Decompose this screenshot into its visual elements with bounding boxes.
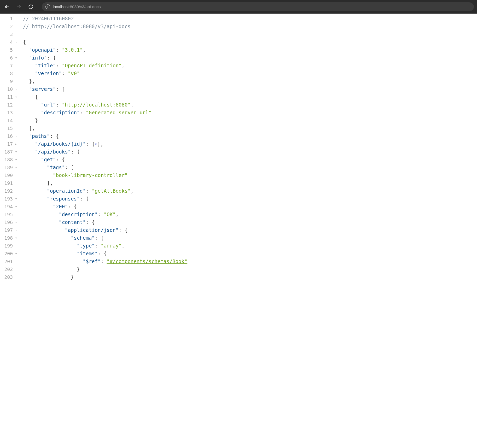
token-indent	[23, 257, 83, 265]
line-number: 190	[4, 173, 13, 178]
address-bar[interactable]: i localhost:8080/v3/api-docs	[42, 2, 474, 11]
line-number: 196	[4, 220, 13, 225]
code-line: "/api/books": {	[23, 148, 477, 156]
token-key: "info"	[29, 54, 47, 62]
token-colon: :	[86, 187, 92, 195]
back-button[interactable]	[3, 3, 10, 10]
fold-collapsed-icon[interactable]: ▸	[14, 143, 18, 145]
fold-expanded-icon[interactable]: ▾	[14, 166, 18, 169]
line-number: 9	[4, 79, 13, 84]
code-line: // 20240611160802	[23, 15, 477, 22]
token-indent	[23, 156, 41, 163]
browser-toolbar: i localhost:8080/v3/api-docs	[0, 0, 477, 14]
token-punct: ,	[83, 46, 86, 54]
token-punct: {	[53, 54, 56, 62]
code-line: "operationId": "getAllBooks",	[23, 187, 477, 195]
fold-expanded-icon[interactable]: ▾	[14, 205, 18, 208]
token-punct: {	[77, 148, 80, 156]
fold-expanded-icon[interactable]: ▾	[14, 197, 18, 200]
token-colon: :	[56, 46, 62, 54]
code-line: "openapi": "3.0.1",	[23, 46, 477, 54]
token-punct: {	[62, 156, 65, 163]
token-indent	[23, 218, 59, 226]
token-punct: {	[86, 195, 89, 203]
code-line: "schema": {	[23, 234, 477, 242]
line-number: 189	[4, 165, 13, 170]
token-punct: {	[125, 226, 127, 234]
fold-expanded-icon[interactable]: ▾	[14, 41, 18, 44]
fold-expanded-icon[interactable]: ▾	[14, 158, 18, 161]
token-colon: :	[56, 101, 62, 109]
token-key: "paths"	[29, 132, 50, 140]
token-indent	[23, 195, 47, 203]
code-line: {	[23, 93, 477, 101]
token-indent	[23, 93, 35, 101]
code-line: ],	[23, 124, 477, 132]
line-number: 17	[4, 141, 13, 147]
token-punct: }	[97, 140, 100, 148]
token-link[interactable]: "#/components/schemas/Book"	[107, 257, 187, 265]
token-punct: {	[92, 140, 95, 148]
token-punct: [	[71, 163, 74, 171]
forward-button[interactable]	[15, 3, 22, 10]
fold-expanded-icon[interactable]: ▾	[14, 150, 18, 153]
gutter-row: 190	[0, 171, 19, 179]
code-line: "title": "OpenAPI definition",	[23, 62, 477, 69]
reload-button[interactable]	[27, 3, 34, 10]
fold-expanded-icon[interactable]: ▾	[14, 252, 18, 255]
token-colon: :	[95, 234, 101, 242]
token-colon: :	[65, 163, 71, 171]
line-number: 195	[4, 212, 13, 217]
gutter-row: 11▾	[0, 93, 19, 101]
fold-expanded-icon[interactable]: ▾	[14, 221, 18, 224]
code-line: {	[23, 38, 477, 46]
token-colon: :	[56, 156, 62, 163]
reload-icon	[28, 4, 33, 9]
token-key: "tags"	[47, 163, 65, 171]
site-info-icon[interactable]: i	[45, 4, 50, 9]
token-key: "type"	[77, 242, 95, 250]
token-punct: ]	[47, 179, 50, 187]
fold-expanded-icon[interactable]: ▾	[14, 135, 18, 138]
line-number: 191	[4, 180, 13, 186]
fold-expanded-icon[interactable]: ▾	[14, 229, 18, 232]
token-indent	[23, 171, 53, 179]
token-colon: :	[98, 250, 104, 257]
token-colon: :	[80, 195, 86, 203]
gutter-row: 6▾	[0, 54, 19, 62]
token-colon: :	[86, 140, 92, 148]
token-indent	[23, 109, 41, 116]
token-punct: {	[101, 234, 103, 242]
gutter-row: 12	[0, 101, 19, 109]
token-indent	[23, 101, 41, 109]
token-indent	[23, 226, 65, 234]
fold-expanded-icon[interactable]: ▾	[14, 237, 18, 239]
token-key: "get"	[41, 156, 56, 163]
token-indent	[23, 187, 47, 195]
code-line: "description": "Generated server url"	[23, 109, 477, 116]
token-indent	[23, 85, 29, 93]
token-string: "Generated server url"	[86, 109, 152, 116]
token-punct: [	[62, 85, 65, 93]
token-key: "/api/books"	[35, 148, 71, 156]
line-number: 13	[4, 110, 13, 115]
line-number: 6	[4, 55, 13, 61]
token-string: "3.0.1"	[62, 46, 83, 54]
fold-expanded-icon[interactable]: ▾	[14, 88, 18, 91]
token-colon: :	[62, 69, 68, 77]
token-colon: :	[119, 226, 125, 234]
line-number: 11	[4, 94, 13, 100]
gutter-row: 10▾	[0, 85, 19, 93]
token-punct: ]	[29, 124, 32, 132]
fold-expanded-icon[interactable]: ▾	[14, 56, 18, 59]
line-number: 202	[4, 267, 13, 272]
arrow-right-icon	[16, 4, 21, 9]
token-punct: ,	[131, 101, 133, 109]
token-link[interactable]: "http://localhost:8080"	[62, 101, 131, 109]
token-string: "v0"	[68, 69, 80, 77]
json-viewer: 1234▾56▾78910▾11▾1213141516▾17▸187▾188▾1…	[0, 14, 477, 448]
code-area[interactable]: // 20240611160802// http://localhost:808…	[19, 14, 477, 448]
gutter-row: 2	[0, 22, 19, 30]
fold-expanded-icon[interactable]: ▾	[14, 96, 18, 98]
code-line: "responses": {	[23, 195, 477, 203]
